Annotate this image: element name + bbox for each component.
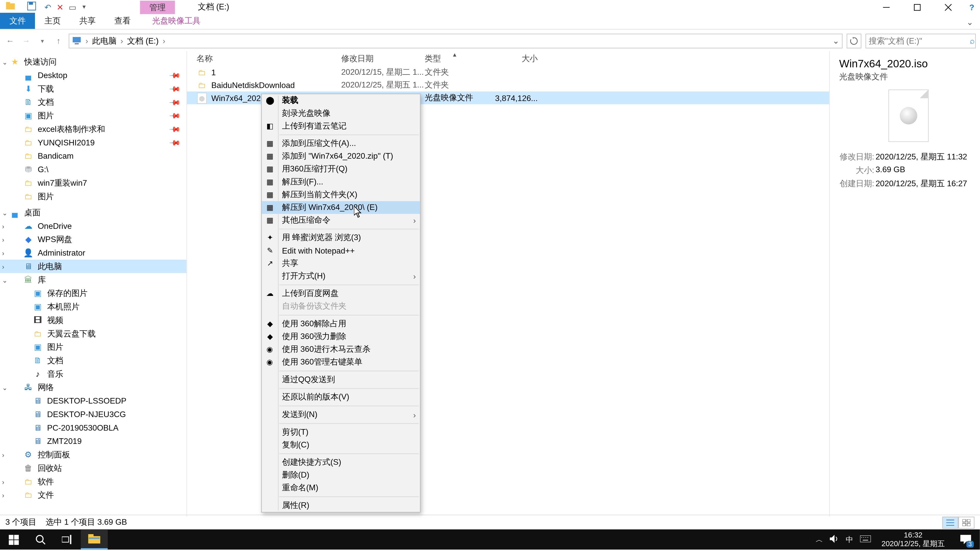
- nav-saved-pictures[interactable]: ▣保存的图片: [0, 286, 186, 300]
- tray-overflow-icon[interactable]: ︿: [816, 534, 823, 545]
- context-menu-item[interactable]: ▦添加到压缩文件(A)...: [262, 137, 420, 150]
- close-button[interactable]: [933, 0, 964, 14]
- chevron-right-icon[interactable]: ›: [119, 36, 124, 46]
- address-dropdown-icon[interactable]: ⌄: [832, 36, 839, 46]
- context-menu-item[interactable]: ✦用 蜂蜜浏览器 浏览(3): [262, 231, 420, 244]
- context-menu-item[interactable]: 属性(R): [262, 499, 420, 512]
- nav-documents[interactable]: 🗎文档📌: [0, 95, 186, 109]
- ribbon-tab-share[interactable]: 共享: [70, 13, 105, 29]
- qat-undo-icon[interactable]: ↶: [45, 2, 51, 12]
- ribbon-expand-icon[interactable]: ⌄: [959, 15, 980, 29]
- taskbar-search-button[interactable]: [27, 529, 54, 549]
- chevron-right-icon[interactable]: ›: [84, 36, 89, 46]
- context-menu-item[interactable]: ↗共享: [262, 257, 420, 270]
- column-header-date[interactable]: 修改日期: [341, 51, 425, 66]
- context-menu-item[interactable]: ▦解压到(F)...: [262, 176, 420, 188]
- context-menu-item[interactable]: ◧上传到有道云笔记: [262, 120, 420, 132]
- search-icon[interactable]: ⌕: [970, 36, 974, 46]
- ribbon-tab-home[interactable]: 主页: [35, 13, 70, 29]
- nav-pictures2[interactable]: 🗀图片: [0, 190, 186, 203]
- context-menu-item[interactable]: ◉使用 360管理右键菜单: [262, 356, 420, 368]
- context-menu-item[interactable]: ✎Edit with Notepad++: [262, 244, 420, 257]
- column-header-size[interactable]: 大小: [493, 51, 543, 66]
- context-menu-item[interactable]: ⬤装载: [262, 94, 420, 107]
- search-input[interactable]: [869, 36, 970, 46]
- nav-pc4[interactable]: 🖥ZMT2019: [0, 435, 186, 448]
- nav-history-dropdown[interactable]: ▾: [36, 35, 48, 47]
- nav-bandicam[interactable]: 🗀Bandicam: [0, 149, 186, 163]
- context-menu-item[interactable]: 刻录光盘映像: [262, 107, 420, 120]
- nav-quick-access[interactable]: ★快速访问: [0, 55, 186, 68]
- refresh-button[interactable]: [846, 34, 861, 48]
- nav-documents2[interactable]: 🗎文档: [0, 354, 186, 367]
- help-button[interactable]: ?: [964, 0, 980, 14]
- file-row[interactable]: 🗀12020/12/15, 星期二 1...文件夹: [187, 66, 829, 79]
- nav-music[interactable]: ♪音乐: [0, 367, 186, 381]
- nav-pictures3[interactable]: ▣图片: [0, 340, 186, 354]
- task-view-button[interactable]: [54, 529, 81, 549]
- nav-win7reinstall[interactable]: 🗀win7重装win7: [0, 176, 186, 190]
- nav-network[interactable]: 🖧网络: [0, 381, 186, 394]
- nav-desktop[interactable]: ▄Desktop📌: [0, 68, 186, 82]
- file-row[interactable]: 🗀BaiduNetdiskDownload2020/12/25, 星期五 1..…: [187, 79, 829, 92]
- qat-props-icon[interactable]: ▭: [68, 2, 76, 12]
- context-menu-item[interactable]: 重命名(M): [262, 482, 420, 494]
- ribbon-tab-iso-tools[interactable]: 光盘映像工具: [143, 13, 210, 29]
- nav-desktop-group[interactable]: ▄桌面: [0, 206, 186, 219]
- nav-pc1[interactable]: 🖥DESKTOP-LSSOEDP: [0, 394, 186, 408]
- context-menu-item[interactable]: ▦解压到当前文件夹(X): [262, 188, 420, 201]
- context-menu-item[interactable]: ▦添加到 "Win7x64_2020.zip" (T): [262, 150, 420, 163]
- context-menu-item[interactable]: ☁上传到百度网盘: [262, 287, 420, 300]
- chevron-right-icon[interactable]: ›: [161, 36, 167, 46]
- search-box[interactable]: ⌕: [865, 34, 976, 48]
- tray-ime-indicator[interactable]: 中: [846, 534, 853, 545]
- context-menu-item[interactable]: ▦用360压缩打开(Q): [262, 163, 420, 176]
- nav-excel-folder[interactable]: 🗀excel表格制作求和📌: [0, 122, 186, 136]
- context-menu-item[interactable]: ◆使用 360强力删除: [262, 330, 420, 343]
- context-menu-item[interactable]: 还原以前的版本(V): [262, 391, 420, 403]
- column-header-name[interactable]: 名称: [197, 51, 341, 66]
- context-menu-item[interactable]: 创建快捷方式(S): [262, 456, 420, 469]
- context-menu-item[interactable]: ◆使用 360解除占用: [262, 318, 420, 330]
- view-large-icons-button[interactable]: [958, 516, 974, 528]
- column-header-type[interactable]: 类型: [425, 51, 493, 66]
- context-menu-item[interactable]: 复制(C): [262, 438, 420, 451]
- nav-back-button[interactable]: ←: [4, 35, 16, 47]
- maximize-button[interactable]: [902, 0, 933, 14]
- nav-thispc[interactable]: 🖥此电脑: [0, 260, 186, 273]
- nav-camera-roll[interactable]: ▣本机照片: [0, 300, 186, 313]
- breadcrumb-thispc[interactable]: 此电脑: [92, 35, 116, 47]
- ribbon-tab-file[interactable]: 文件: [0, 13, 35, 29]
- nav-pc2[interactable]: 🖥DESKTOP-NJEU3CG: [0, 408, 186, 421]
- tray-volume-icon[interactable]: [830, 535, 839, 544]
- taskbar-explorer-button[interactable]: [81, 529, 107, 549]
- tray-keyboard-icon[interactable]: [860, 535, 871, 544]
- context-menu-item[interactable]: 通过QQ发送到: [262, 373, 420, 386]
- qat-dropdown-icon[interactable]: ▼: [81, 4, 87, 10]
- nav-up-button[interactable]: ↑: [52, 35, 65, 47]
- nav-yunqishi[interactable]: 🗀YUNQISHI2019📌: [0, 136, 186, 149]
- nav-pictures[interactable]: ▣图片📌: [0, 109, 186, 122]
- action-center-button[interactable]: 3: [956, 529, 976, 549]
- nav-forward-button[interactable]: →: [20, 35, 32, 47]
- ribbon-tab-view[interactable]: 查看: [105, 13, 140, 29]
- context-menu-item[interactable]: 打开方式(H)›: [262, 270, 420, 283]
- context-menu-item[interactable]: ▦解压到 Win7x64_2020\ (E): [262, 201, 420, 214]
- nav-software[interactable]: 🗀软件: [0, 475, 186, 489]
- breadcrumb-drive[interactable]: 文档 (E:): [127, 35, 159, 47]
- nav-wps[interactable]: ◆WPS网盘: [0, 233, 186, 246]
- nav-admin[interactable]: 👤Administrator: [0, 246, 186, 260]
- nav-control-panel[interactable]: ⚙控制面板: [0, 448, 186, 462]
- start-button[interactable]: [0, 529, 27, 549]
- context-menu-item[interactable]: ◉使用 360进行木马云查杀: [262, 343, 420, 356]
- context-menu-item[interactable]: 剪切(T): [262, 426, 420, 438]
- nav-recycle[interactable]: 🗑回收站: [0, 462, 186, 475]
- minimize-button[interactable]: [871, 0, 902, 14]
- qat-save-icon[interactable]: [24, 1, 39, 13]
- nav-onedrive[interactable]: ☁OneDrive: [0, 219, 186, 233]
- nav-videos[interactable]: 🎞视频: [0, 313, 186, 327]
- nav-tianyi[interactable]: 🗀天翼云盘下载: [0, 327, 186, 341]
- address-bar[interactable]: › 此电脑 › 文档 (E:) › ⌄: [68, 34, 843, 48]
- context-menu-item[interactable]: ▦其他压缩命令›: [262, 214, 420, 227]
- context-menu-item[interactable]: 发送到(N)›: [262, 408, 420, 421]
